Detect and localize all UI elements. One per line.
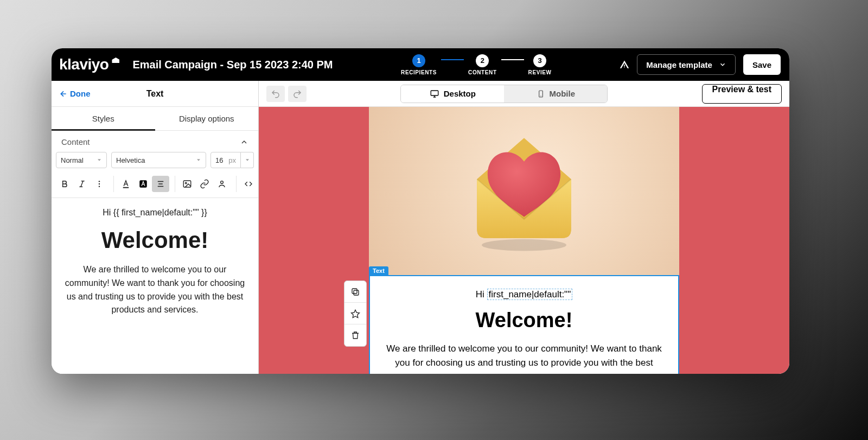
topbar-right: Manage template Save [620,54,781,75]
canvas[interactable]: Text Hi first_name|default:"" Welcome! W… [259,107,789,374]
canvas-heading: Welcome! [383,309,665,332]
hero-image[interactable] [369,107,679,275]
svg-point-25 [482,239,566,251]
svg-point-9 [99,186,100,187]
step-number: 3 [533,54,546,67]
editor-greeting: Hi {{ first_name|default:"" }} [61,208,248,218]
block-label: Text [369,266,388,275]
bold-button[interactable] [56,176,73,192]
font-select[interactable]: Helvetica [111,152,206,168]
step-number: 1 [412,54,425,67]
warning-icon[interactable] [620,60,629,69]
favorite-button[interactable] [344,303,366,324]
format-row [52,173,258,198]
workspace: Done Text Styles Display options Content… [52,81,789,374]
tab-display-options-label: Display options [179,114,234,123]
tab-display-options[interactable]: Display options [155,107,259,130]
image-button[interactable] [178,176,196,192]
duplicate-button[interactable] [344,281,366,303]
link-button[interactable] [196,176,213,192]
svg-marker-1 [98,159,101,161]
manage-template-button[interactable]: Manage template [637,54,736,75]
done-button[interactable]: Done [52,89,91,98]
left-panel-header: Done Text [52,81,258,107]
highlight-button[interactable] [135,176,152,192]
size-select: 16 px [210,152,254,168]
tab-styles[interactable]: Styles [52,107,155,130]
editor-body: We are thrilled to welcome you to our co… [61,263,248,317]
envelope-heart-icon [454,120,595,262]
section-label: Content [61,137,90,146]
more-format-button[interactable] [91,176,108,192]
step-label: RECIPIENTS [401,69,437,75]
chevron-down-icon [196,157,201,163]
history-controls [266,86,307,102]
svg-rect-17 [183,181,191,187]
chevron-down-icon [719,61,726,68]
save-label: Save [752,60,771,69]
editor-heading: Welcome! [61,227,248,253]
size-stepper[interactable] [241,152,254,168]
undo-button[interactable] [266,86,285,102]
svg-marker-3 [246,159,249,161]
personalization-button[interactable] [213,176,231,192]
text-color-button[interactable] [117,176,135,192]
canvas-greeting-token: first_name|default:"" [487,289,573,300]
view-mobile-label: Mobile [550,89,576,98]
topbar: klaviyo Email Campaign - Sep 15 2023 2:4… [52,48,789,81]
step-content[interactable]: 2 CONTENT [468,54,497,75]
done-label: Done [70,89,91,98]
email-column: Text Hi first_name|default:"" Welcome! W… [369,107,679,374]
step-recipients[interactable]: 1 RECIPIENTS [401,54,437,75]
step-connector [501,59,524,60]
brand-name: klaviyo [59,56,108,73]
svg-rect-27 [352,289,357,294]
italic-button[interactable] [73,176,91,192]
size-input[interactable]: 16 px [210,152,241,168]
panel-tabs: Styles Display options [52,107,258,131]
redo-button[interactable] [288,86,307,102]
left-panel: Done Text Styles Display options Content… [52,81,259,374]
toolbar-row-selects: Normal Helvetica 16 px [52,152,258,173]
save-button[interactable]: Save [743,54,781,75]
align-button[interactable] [152,176,169,192]
tab-styles-label: Styles [92,114,114,123]
view-desktop-button[interactable]: Desktop [401,85,504,103]
preview-test-button[interactable]: Preview & test [702,84,782,104]
chevron-down-icon [97,157,102,163]
svg-point-19 [221,181,224,184]
step-connector [441,59,464,60]
section-content-header[interactable]: Content [52,131,258,152]
code-button[interactable] [240,176,257,192]
manage-template-label: Manage template [646,60,712,69]
size-value: 16 [215,156,223,164]
app-window: klaviyo Email Campaign - Sep 15 2023 2:4… [52,48,789,374]
brand-logo[interactable]: klaviyo [59,56,119,73]
svg-marker-2 [197,159,200,161]
block-tools [344,280,367,347]
svg-marker-28 [352,310,360,317]
brand-flag-icon [112,58,119,63]
step-label: REVIEW [528,69,552,75]
size-unit: px [228,156,236,164]
desktop-icon [430,89,439,99]
svg-point-18 [185,182,187,184]
svg-line-6 [81,181,83,187]
chevron-down-icon [245,157,250,163]
format-select[interactable]: Normal [56,152,107,168]
step-number: 2 [476,54,489,67]
view-desktop-label: Desktop [444,89,476,98]
svg-rect-20 [431,91,438,95]
editor-text-block[interactable]: Hi {{ first_name|default:"" }} Welcome! … [52,198,258,317]
stepper: 1 RECIPIENTS 2 CONTENT 3 REVIEW [401,54,552,75]
view-mobile-button[interactable]: Mobile [504,85,607,103]
mobile-icon [537,90,545,98]
canvas-greeting-prefix: Hi [476,289,487,299]
canvas-text-block[interactable]: Hi first_name|default:"" Welcome! We are… [369,275,679,374]
format-select-value: Normal [61,156,84,164]
svg-rect-26 [354,290,359,295]
chevron-up-icon [240,138,248,146]
step-review[interactable]: 3 REVIEW [528,54,552,75]
campaign-title: Email Campaign - Sep 15 2023 2:40 PM [132,59,333,71]
delete-button[interactable] [344,324,366,346]
